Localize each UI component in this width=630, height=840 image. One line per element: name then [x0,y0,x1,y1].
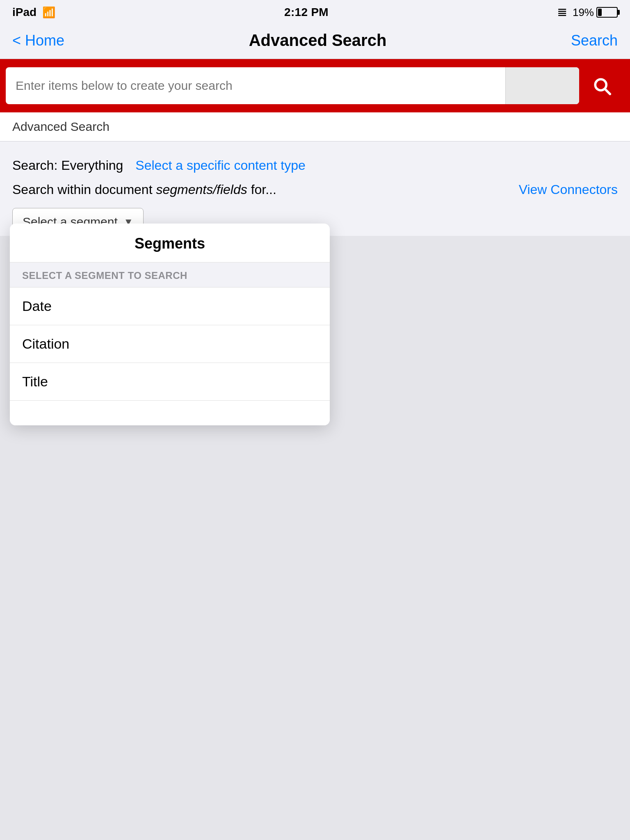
battery-percentage: 19% [573,6,594,19]
list-item[interactable]: Title [10,363,330,401]
page-title: Advanced Search [249,31,387,50]
dropdown-title: Segments [135,235,205,252]
device-label: iPad [12,6,37,19]
status-time: 2:12 PM [284,6,329,19]
search-within-suffix: for... [247,182,276,197]
segments-dropdown: Segments SELECT A SEGMENT TO SEARCH Date… [10,224,330,425]
search-within-row: Search within document segments/fields f… [12,182,618,197]
home-button[interactable]: < Home [12,32,64,49]
select-content-type-link[interactable]: Select a specific content type [135,158,305,173]
search-input-area [6,67,579,104]
battery-container: 19% [573,6,618,19]
segments-fields-label: segments/fields [156,182,247,197]
search-bar [0,59,630,112]
battery-icon [596,7,618,18]
bluetooth-icon: 𝌆 [557,6,567,19]
dropdown-section-label: SELECT A SEGMENT TO SEARCH [10,262,330,288]
search-icon [591,75,613,97]
nav-bar: < Home Advanced Search Search [0,23,630,59]
search-everything-row: Search: Everything Select a specific con… [12,154,618,173]
wifi-icon: 📶 [42,6,55,19]
dropdown-header: Segments [10,224,330,262]
status-bar: iPad 📶 2:12 PM 𝌆 19% [0,0,630,23]
view-connectors-link[interactable]: View Connectors [519,182,618,197]
search-within-text: Search within document segments/fields f… [12,182,276,197]
home-label: < Home [12,32,64,49]
search-nav-button[interactable]: Search [571,32,618,49]
main-content: Search: Everything Select a specific con… [0,142,630,236]
search-everything-label: Search: Everything [12,158,123,173]
list-item[interactable]: Date [10,288,330,325]
breadcrumb: Advanced Search [0,112,630,142]
search-input[interactable] [6,67,505,104]
breadcrumb-label: Advanced Search [12,120,110,133]
list-item[interactable]: Citation [10,325,330,363]
status-right: 𝌆 19% [557,6,618,19]
search-input-right-area [505,67,579,104]
status-left: iPad 📶 [12,6,55,19]
dropdown-footer [10,401,330,425]
search-within-prefix: Search within document [12,182,156,197]
search-icon-button[interactable] [579,67,624,104]
battery-fill [598,9,602,16]
